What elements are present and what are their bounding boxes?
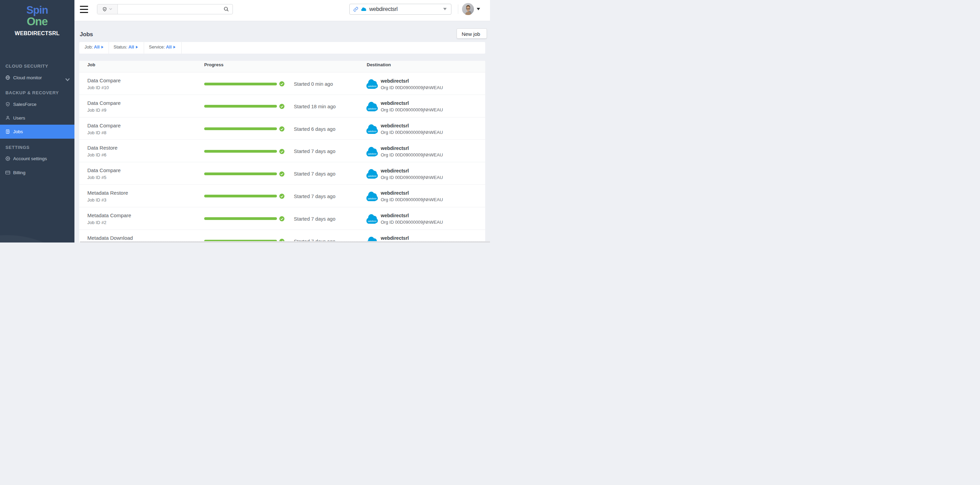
- svg-text:salesforce: salesforce: [368, 175, 377, 177]
- svg-text:salesforce: salesforce: [368, 197, 377, 199]
- svg-text:salesforce: salesforce: [368, 153, 377, 155]
- svg-text:salesforce: salesforce: [368, 130, 377, 132]
- svg-text:salesforce: salesforce: [368, 108, 377, 110]
- svg-text:salesforce: salesforce: [368, 220, 377, 222]
- svg-text:salesforce: salesforce: [368, 85, 377, 87]
